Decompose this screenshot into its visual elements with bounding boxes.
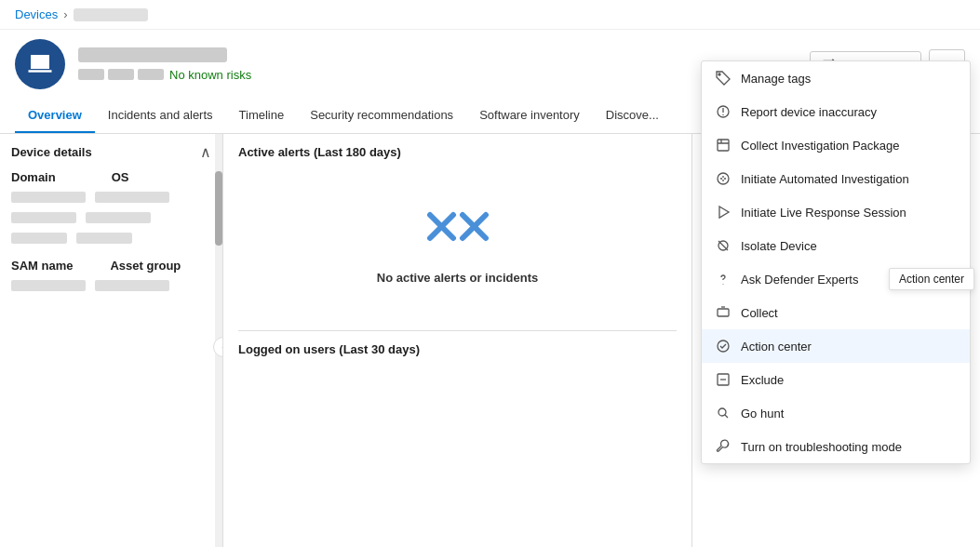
device-details-table: Domain OS xyxy=(0,170,222,244)
col-os: OS xyxy=(112,170,129,184)
breadcrumb-parent[interactable]: Devices xyxy=(15,7,58,21)
tab-overview[interactable]: Overview xyxy=(15,99,95,133)
automated-icon xyxy=(715,170,732,187)
domain-value-blur2 xyxy=(11,212,76,223)
center-panel: Active alerts (Last 180 days) No active … xyxy=(223,134,691,547)
svg-rect-10 xyxy=(718,309,729,316)
tab-incidents-alerts[interactable]: Incidents and alerts xyxy=(95,99,226,133)
menu-item-go-hunt[interactable]: Go hunt xyxy=(702,396,970,430)
collect-package-label: Collect Investigation Package xyxy=(741,139,900,153)
left-panel: Device details ∧ Domain OS xyxy=(0,134,223,547)
tab-discovered[interactable]: Discove... xyxy=(593,99,672,133)
svg-marker-8 xyxy=(719,207,729,218)
exclude-icon xyxy=(715,371,732,388)
tag-icon xyxy=(715,70,732,87)
sam-value-blur xyxy=(11,280,86,291)
report-icon xyxy=(715,103,732,120)
tab-software-inventory[interactable]: Software inventory xyxy=(466,99,593,133)
menu-item-collect-package[interactable]: Collect Investigation Package xyxy=(702,128,970,162)
isolate-label: Isolate Device xyxy=(741,239,817,253)
table-row xyxy=(11,280,211,291)
divider xyxy=(238,330,677,331)
menu-item-exclude[interactable]: Exclude xyxy=(702,363,970,396)
asset-value-blur xyxy=(95,280,169,291)
risk-status: No known risks xyxy=(169,68,251,82)
device-tags: No known risks xyxy=(78,68,797,82)
empty-alerts-text: No active alerts or incidents xyxy=(377,271,538,285)
col-domain: Domain xyxy=(11,170,56,184)
package-icon xyxy=(715,137,732,153)
svg-point-7 xyxy=(718,173,729,184)
menu-item-report-inaccuracy[interactable]: Report device inaccuracy xyxy=(702,95,970,128)
col-headers: Domain OS xyxy=(11,170,211,184)
tag-blur-3 xyxy=(138,69,164,80)
breadcrumb-separator: › xyxy=(63,7,67,21)
troubleshoot-label: Turn on troubleshooting mode xyxy=(741,440,902,454)
svg-point-11 xyxy=(718,340,729,352)
device-info: No known risks xyxy=(78,47,797,82)
ask-experts-label: Ask Defender Experts xyxy=(741,273,858,287)
device-details-section2: SAM name Asset group xyxy=(0,259,222,291)
no-alerts-icon xyxy=(421,206,495,261)
table-row xyxy=(11,233,211,244)
tag-blurs xyxy=(78,69,164,80)
collect-icon xyxy=(715,304,732,321)
menu-item-automated-investigation[interactable]: Initiate Automated Investigation xyxy=(702,162,970,195)
table-row xyxy=(11,192,211,203)
hunt-icon xyxy=(715,405,732,421)
menu-item-live-response[interactable]: Initiate Live Response Session xyxy=(702,195,970,229)
table-row xyxy=(11,212,211,223)
avatar xyxy=(15,39,65,89)
menu-item-troubleshoot[interactable]: Turn on troubleshooting mode xyxy=(702,430,970,463)
manage-tags-label: Manage tags xyxy=(741,72,811,86)
tag-blur-1 xyxy=(78,69,104,80)
breadcrumb: Devices › xyxy=(0,0,980,30)
live-response-label: Initiate Live Response Session xyxy=(741,206,906,220)
device-name-blur xyxy=(78,47,227,62)
device-details-header: Device details ∧ xyxy=(0,134,222,170)
report-inaccuracy-label: Report device inaccuracy xyxy=(741,105,877,119)
play-icon xyxy=(715,204,732,220)
laptop-icon xyxy=(26,50,54,78)
context-menu: Manage tags Report device inaccuracy Col… xyxy=(701,60,971,464)
menu-item-isolate[interactable]: Isolate Device xyxy=(702,229,970,262)
action-center-tooltip: Action center xyxy=(889,268,974,290)
os-value-blur xyxy=(95,192,169,203)
device-details-title: Device details xyxy=(11,145,92,159)
os-value-blur3 xyxy=(76,233,132,244)
svg-point-4 xyxy=(718,73,720,75)
tab-security-recommendations[interactable]: Security recommendations xyxy=(297,99,466,133)
section2-headers: SAM name Asset group xyxy=(11,259,211,273)
scroll-thumb xyxy=(215,171,222,246)
collect-label: Collect xyxy=(741,306,778,320)
logged-users-title: Logged on users (Last 30 days) xyxy=(238,342,677,356)
question-icon xyxy=(715,271,732,287)
asset-group-label: Asset group xyxy=(110,259,181,273)
os-value-blur2 xyxy=(86,212,151,223)
action-center-icon xyxy=(715,338,732,354)
alerts-section-title: Active alerts (Last 180 days) xyxy=(238,145,677,159)
sam-name-label: SAM name xyxy=(11,259,73,273)
menu-item-action-center[interactable]: Action center xyxy=(702,329,970,363)
tag-blur-2 xyxy=(108,69,134,80)
empty-state-icon xyxy=(421,206,495,261)
action-center-label: Action center xyxy=(741,340,812,354)
wrench-icon xyxy=(715,438,732,455)
menu-item-manage-tags[interactable]: Manage tags xyxy=(702,61,970,95)
collapse-button[interactable]: ∧ xyxy=(200,143,211,161)
go-hunt-label: Go hunt xyxy=(741,407,784,420)
automated-investigation-label: Initiate Automated Investigation xyxy=(741,172,909,186)
svg-rect-6 xyxy=(718,140,729,151)
domain-value-blur3 xyxy=(11,233,67,244)
exclude-label: Exclude xyxy=(741,373,784,387)
svg-point-13 xyxy=(718,408,726,416)
menu-item-collect[interactable]: Collect Action center xyxy=(702,296,970,329)
isolate-icon xyxy=(715,237,732,254)
breadcrumb-current xyxy=(74,8,148,21)
domain-value-blur xyxy=(11,192,86,203)
tab-timeline[interactable]: Timeline xyxy=(226,99,298,133)
empty-alerts-state: No active alerts or incidents xyxy=(238,170,677,319)
